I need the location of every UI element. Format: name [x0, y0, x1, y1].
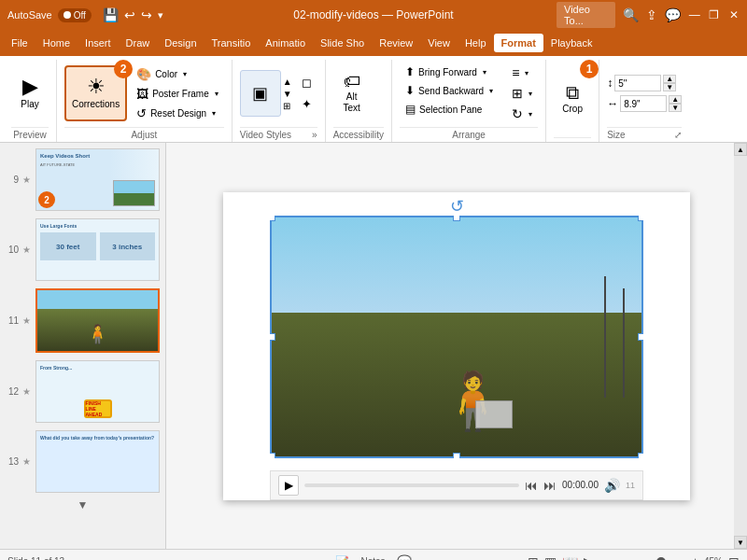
status-center: 📝 Notes 💬 — [335, 554, 411, 560]
view-reading-icon[interactable]: 📖 — [562, 554, 578, 561]
time-display: 00:00.00 — [562, 480, 599, 490]
align-button[interactable]: ≡ ▾ — [506, 63, 538, 82]
menu-view[interactable]: View — [420, 34, 458, 52]
scroll-up[interactable]: ▲ — [734, 143, 747, 156]
menu-draw[interactable]: Draw — [119, 34, 158, 52]
crop-button[interactable]: ⧉ Crop — [554, 71, 591, 127]
slide-thumb-12: From Strong... FINISH LINE AHEAD — [36, 361, 159, 422]
sky-bg — [270, 216, 643, 313]
search-icon[interactable]: 🔍 — [623, 7, 639, 22]
menu-playback[interactable]: Playback — [543, 34, 600, 52]
size-buttons: ↕ ▲ ▼ ↔ ▲ ▼ — [607, 60, 682, 127]
volume-button[interactable]: 🔊 — [604, 478, 620, 493]
bring-forward-arrow: ▾ — [483, 68, 486, 77]
video-border-button[interactable]: ◻ — [296, 74, 317, 91]
slide-item-11[interactable]: 11 ★ 🧍 — [4, 287, 162, 355]
video-style-preset[interactable]: ▣ — [240, 70, 281, 117]
group-icon: ⊞ — [512, 86, 523, 101]
menu-animations[interactable]: Animatio — [258, 34, 313, 52]
height-input[interactable] — [614, 75, 661, 91]
selection-pane-button[interactable]: ▤ Selection Pane — [400, 101, 499, 118]
width-down[interactable]: ▼ — [669, 104, 682, 112]
video-element[interactable]: 🧍 — [270, 216, 643, 458]
slides-scroll-down[interactable]: ▼ — [4, 498, 162, 511]
customize-icon[interactable]: ▾ — [158, 9, 163, 21]
size-expand[interactable]: ⤢ — [674, 130, 682, 140]
crop-icon: ⧉ — [566, 83, 579, 102]
notes-button[interactable]: Notes — [355, 554, 390, 560]
comments-status-icon[interactable]: 💬 — [397, 554, 412, 560]
size-text: Size — [607, 130, 625, 140]
style-up-arrow[interactable]: ▲ — [283, 77, 292, 87]
slide-item-13[interactable]: 13 ★ What did you take away from today's… — [4, 428, 162, 495]
menu-design[interactable]: Design — [157, 34, 204, 52]
close-button[interactable]: ✕ — [727, 8, 740, 21]
group-button[interactable]: ⊞ ▾ — [506, 84, 538, 103]
slide-item-9[interactable]: 9 ★ Keep Videos Short AIT FUTURE-STATE 2 — [4, 147, 162, 213]
group-video-styles-label: Video Styles » — [240, 127, 317, 142]
width-input[interactable] — [620, 95, 667, 112]
minimize-button[interactable]: — — [688, 8, 700, 21]
maximize-button[interactable]: ❐ — [708, 8, 720, 21]
menu-transitions[interactable]: Transitio — [204, 34, 259, 52]
share-icon[interactable]: ⇪ — [646, 7, 657, 22]
seek-bar[interactable] — [304, 483, 519, 487]
menu-slideshow[interactable]: Slide Sho — [313, 34, 372, 52]
width-up[interactable]: ▲ — [669, 95, 682, 104]
save-icon[interactable]: 💾 — [103, 7, 119, 22]
video-styles-expand[interactable]: » — [312, 130, 317, 140]
menu-format[interactable]: Format — [494, 34, 543, 52]
slide-thumb-wrapper-12: From Strong... FINISH LINE AHEAD — [35, 360, 160, 423]
style-down-arrow[interactable]: ▼ — [283, 89, 292, 99]
view-normal-icon[interactable]: ⊞ — [528, 554, 539, 561]
slide-item-10[interactable]: 10 ★ Use Large Fonts 30 feet 3 inches — [4, 217, 162, 283]
comments-icon[interactable]: 💬 — [665, 7, 681, 22]
selection-pane-label: Selection Pane — [419, 105, 482, 115]
menu-help[interactable]: Help — [458, 34, 494, 52]
num-badge-1: 1 — [580, 60, 599, 78]
group-size: ↕ ▲ ▼ ↔ ▲ ▼ Size ⤢ — [599, 60, 689, 142]
bring-forward-button[interactable]: ⬆ Bring Forward ▾ — [400, 63, 499, 80]
autosave-label: AutoSave — [7, 9, 52, 21]
menu-insert[interactable]: Insert — [78, 34, 119, 52]
video-play-button[interactable]: ▶ — [278, 475, 299, 496]
menu-file[interactable]: File — [4, 34, 35, 52]
scroll-down-btn[interactable]: ▼ — [734, 536, 747, 549]
undo-icon[interactable]: ↩ — [124, 7, 135, 22]
redo-icon[interactable]: ↪ — [141, 7, 152, 22]
slide-thumb-wrapper-13: What did you take away from today's pres… — [35, 430, 160, 493]
height-icon: ↕ — [607, 77, 613, 90]
view-slide-icon[interactable]: ▦ — [544, 554, 557, 561]
height-up[interactable]: ▲ — [663, 75, 676, 83]
main-area: 9 ★ Keep Videos Short AIT FUTURE-STATE 2… — [0, 143, 747, 549]
group-crop-label — [554, 137, 591, 142]
send-backward-arrow: ▾ — [489, 87, 493, 95]
video-effects-button[interactable]: ✦ — [296, 95, 317, 113]
poster-frame-button[interactable]: 🖼 Poster Frame ▾ — [131, 85, 224, 103]
reset-design-button[interactable]: ↺ Reset Design ▾ — [131, 105, 224, 122]
corrections-button[interactable]: 2 ☀ Corrections — [64, 65, 127, 121]
zoom-in-button[interactable]: + — [692, 555, 698, 561]
alt-text-button[interactable]: 🏷 AltText — [333, 65, 371, 121]
color-dropdown-arrow: ▾ — [183, 70, 187, 78]
crop-label: Crop — [562, 104, 583, 115]
video-border-icon: ◻ — [302, 76, 312, 90]
ffwd-button[interactable]: ⏭ — [543, 478, 557, 493]
autosave-toggle[interactable]: Off — [58, 8, 92, 22]
play-button[interactable]: ▶ Play — [11, 65, 49, 121]
menu-review[interactable]: Review — [372, 34, 420, 52]
status-bar: Slide 11 of 13 📝 Notes 💬 ⊞ ▦ 📖 ▶ − + 45%… — [0, 549, 747, 560]
menu-home[interactable]: Home — [35, 34, 78, 52]
height-down[interactable]: ▼ — [663, 83, 676, 91]
slides-down-arrow[interactable]: ▼ — [78, 498, 89, 511]
toggle-dot — [63, 11, 71, 19]
fit-screen-button[interactable]: ⊡ — [728, 554, 740, 561]
rewind-button[interactable]: ⏮ — [525, 478, 538, 493]
view-slideshow-icon[interactable]: ▶ — [584, 554, 594, 561]
send-backward-button[interactable]: ⬇ Send Backward ▾ — [400, 82, 499, 99]
zoom-out-button[interactable]: − — [599, 555, 606, 561]
slide-item-12[interactable]: 12 ★ From Strong... FINISH LINE AHEAD — [4, 358, 162, 425]
style-more-arrow[interactable]: ⊞ — [283, 101, 292, 111]
rotate-button[interactable]: ↻ ▾ — [506, 105, 538, 123]
color-button[interactable]: 🎨 Color ▾ — [131, 65, 224, 83]
